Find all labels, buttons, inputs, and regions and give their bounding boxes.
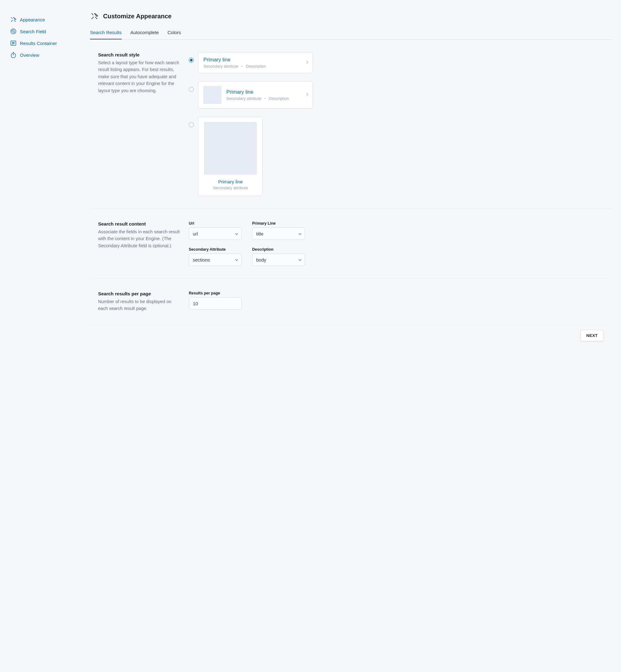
card-primary-line: Primary line <box>203 179 257 184</box>
sidebar-item-appearance[interactable]: Appearance <box>9 14 90 26</box>
tab-search-results[interactable]: Search Results <box>90 27 122 39</box>
select-primary-line[interactable]: title <box>252 227 305 240</box>
sidebar-item-label: Results Container <box>20 41 57 46</box>
stopwatch-icon <box>10 51 17 58</box>
card-secondary-text: Secondary attribute <box>226 96 261 101</box>
sidebar-item-results-container[interactable]: Results Container <box>9 37 90 49</box>
tools-icon <box>10 16 17 23</box>
sidebar-item-label: Overview <box>20 52 39 58</box>
section-title: Search result content <box>98 221 181 226</box>
field-label: Primary Line <box>252 221 305 226</box>
chevron-right-icon <box>306 92 308 98</box>
list-icon <box>10 40 17 47</box>
field-url: Url url <box>189 221 242 240</box>
radio-style-card[interactable] <box>189 122 194 127</box>
select-description[interactable]: body <box>252 254 305 266</box>
card-secondary-text: Secondary attribute <box>203 64 239 69</box>
card-primary-line: Primary line <box>203 57 299 63</box>
select-value: sections <box>189 254 242 266</box>
next-button[interactable]: Next <box>580 330 604 341</box>
tools-icon <box>90 12 99 20</box>
page-title: Customize Appearance <box>103 13 171 20</box>
section-result-content: Search result content Associate the fiel… <box>90 209 612 279</box>
separator-dot: • <box>262 96 267 101</box>
section-description: Select a layout type for how each search… <box>98 59 181 94</box>
card-attributes: Secondary attribute • Description <box>203 64 299 69</box>
style-option-thumb: Primary line Secondary attribute • Descr… <box>189 81 612 108</box>
search-icon <box>10 28 17 35</box>
field-label: Url <box>189 221 242 226</box>
svg-point-3 <box>11 53 16 58</box>
sidebar-item-search-field[interactable]: Search Field <box>9 26 90 37</box>
chevron-right-icon <box>306 60 308 65</box>
section-result-style: Search result style Select a layout type… <box>90 40 612 209</box>
card-attributes: Secondary attribute • Description <box>226 96 289 101</box>
thumbnail-placeholder <box>204 122 257 175</box>
style-option-card: Primary line Secondary attribute <box>189 117 612 196</box>
results-per-page-input[interactable]: 10 <box>189 297 242 310</box>
footer: Next <box>90 325 612 341</box>
field-secondary-attribute: Secondary Attribute sections <box>189 247 242 266</box>
card-description-text: Description <box>269 96 289 101</box>
select-url[interactable]: url <box>189 227 242 240</box>
select-value: url <box>189 227 242 240</box>
radio-style-list[interactable] <box>189 58 194 63</box>
thumbnail-placeholder <box>203 86 221 104</box>
section-results-per-page: Search results per page Number of result… <box>90 279 612 325</box>
card-secondary-text: Secondary attribute <box>203 185 257 190</box>
sidebar-item-label: Appearance <box>20 17 45 23</box>
svg-point-1 <box>12 30 14 32</box>
sidebar-item-label: Search Field <box>20 29 46 34</box>
section-description: Number of results to be displayed on eac… <box>98 298 181 312</box>
card-description-text: Description <box>246 64 266 69</box>
field-primary-line: Primary Line title <box>252 221 305 240</box>
select-value: title <box>252 227 305 240</box>
style-option-list: Primary line Secondary attribute • Descr… <box>189 52 612 73</box>
field-label: Description <box>252 247 305 252</box>
tab-colors[interactable]: Colors <box>167 27 181 39</box>
card-primary-line: Primary line <box>226 89 289 95</box>
sidebar: Appearance Search Field Results Containe… <box>9 11 90 341</box>
style-card-list[interactable]: Primary line Secondary attribute • Descr… <box>198 52 313 73</box>
field-label: Results per page <box>189 291 612 295</box>
style-card-thumb[interactable]: Primary line Secondary attribute • Descr… <box>198 81 313 108</box>
main-panel: Customize Appearance Search Results Auto… <box>90 11 612 341</box>
field-description: Description body <box>252 247 305 266</box>
tabs: Search Results Autocomplete Colors <box>90 27 612 40</box>
separator-dot: • <box>239 64 245 69</box>
page-header: Customize Appearance <box>90 11 612 27</box>
select-secondary-attribute[interactable]: sections <box>189 254 242 266</box>
style-card-large[interactable]: Primary line Secondary attribute <box>198 117 263 196</box>
radio-style-thumb[interactable] <box>189 87 194 92</box>
sidebar-item-overview[interactable]: Overview <box>9 49 90 61</box>
svg-point-0 <box>11 29 16 34</box>
section-title: Search result style <box>98 52 181 57</box>
tab-autocomplete[interactable]: Autocomplete <box>130 27 159 39</box>
select-value: body <box>252 254 305 266</box>
section-description: Associate the fields in each search resu… <box>98 228 181 249</box>
field-label: Secondary Attribute <box>189 247 242 252</box>
section-title: Search results per page <box>98 291 181 296</box>
